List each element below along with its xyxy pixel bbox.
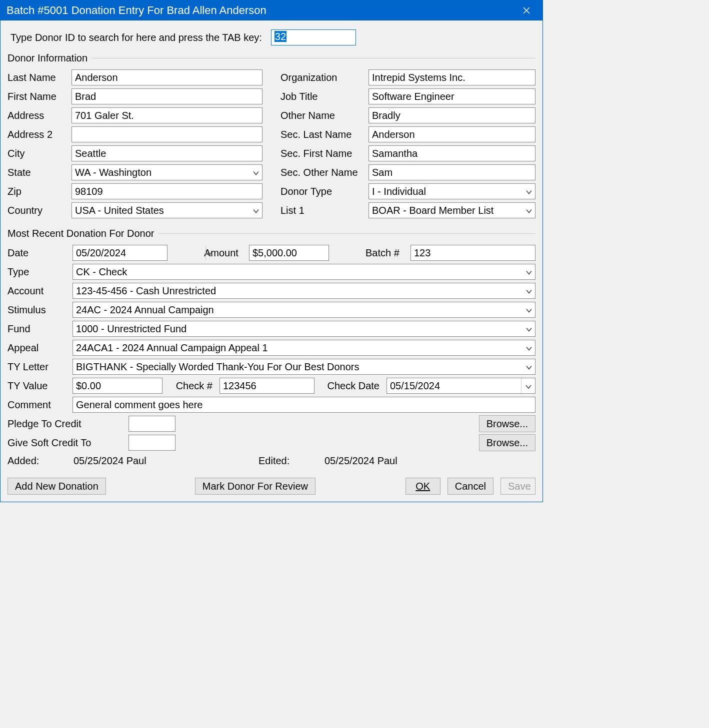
- donor-info-group: Donor Information Last Name First Name A…: [8, 52, 536, 223]
- chevron-down-icon: [526, 342, 532, 354]
- appeal-value: 24ACA1 - 2024 Annual Campaign Appeal 1: [76, 342, 268, 354]
- close-icon: [522, 6, 530, 14]
- org-label: Organization: [280, 72, 368, 83]
- check-date-picker[interactable]: [386, 378, 536, 394]
- check-no-label: Check #: [168, 380, 212, 392]
- type-value: CK - Check: [76, 266, 127, 278]
- check-date-input[interactable]: [387, 378, 521, 393]
- close-button[interactable]: [516, 0, 536, 20]
- chevron-down-icon: [526, 266, 532, 278]
- list1-dropdown[interactable]: BOAR - Board Member List: [368, 202, 536, 218]
- country-value: USA - United States: [75, 205, 164, 216]
- zip-label: Zip: [8, 186, 72, 197]
- pledge-browse-button[interactable]: Browse...: [479, 415, 536, 432]
- added-label: Added:: [8, 455, 74, 467]
- chevron-down-icon: [526, 323, 532, 335]
- ty-value-label: TY Value: [8, 380, 68, 392]
- sec-other-input[interactable]: [368, 164, 536, 180]
- ty-letter-dropdown[interactable]: BIGTHANK - Specially Worded Thank-You Fo…: [72, 359, 536, 375]
- state-value: WA - Washington: [75, 167, 152, 178]
- sec-first-input[interactable]: [368, 145, 536, 161]
- soft-credit-browse-button[interactable]: Browse...: [479, 434, 536, 451]
- edited-value: 05/25/2024 Paul: [324, 455, 510, 467]
- added-value: 05/25/2024 Paul: [74, 455, 258, 467]
- fund-label: Fund: [8, 323, 68, 335]
- address2-label: Address 2: [8, 129, 72, 140]
- chevron-down-icon: [253, 167, 259, 178]
- first-name-label: First Name: [8, 91, 72, 102]
- account-label: Account: [8, 285, 68, 297]
- chevron-down-icon: [526, 205, 532, 216]
- fund-dropdown[interactable]: 1000 - Unrestricted Fund: [72, 321, 536, 337]
- comment-input[interactable]: [72, 397, 536, 413]
- soft-credit-input[interactable]: [128, 435, 176, 451]
- country-dropdown[interactable]: USA - United States: [72, 202, 262, 218]
- state-dropdown[interactable]: WA - Washington: [72, 164, 262, 180]
- batch-input[interactable]: [410, 245, 536, 261]
- search-row: Type Donor ID to search for here and pre…: [8, 25, 536, 52]
- address-input[interactable]: [72, 107, 262, 123]
- date-picker[interactable]: [72, 245, 168, 261]
- check-no-input[interactable]: [220, 378, 314, 394]
- search-label: Type Donor ID to search for here and pre…: [10, 32, 262, 43]
- recent-donation-group: Most Recent Donation For Donor Date Amou…: [8, 228, 536, 469]
- job-label: Job Title: [280, 91, 368, 102]
- sec-last-input[interactable]: [368, 126, 536, 142]
- chevron-down-icon: [206, 247, 212, 259]
- other-name-input[interactable]: [368, 107, 536, 123]
- donor-type-dropdown[interactable]: I - Individual: [368, 183, 536, 199]
- chevron-down-icon: [526, 186, 532, 197]
- ty-letter-value: BIGTHANK - Specially Worded Thank-You Fo…: [76, 361, 360, 373]
- org-input[interactable]: [368, 69, 536, 85]
- last-name-input[interactable]: [72, 69, 262, 85]
- donor-left-column: Last Name First Name Address Address 2 C…: [8, 67, 262, 221]
- state-label: State: [8, 167, 72, 178]
- appeal-dropdown[interactable]: 24ACA1 - 2024 Annual Campaign Appeal 1: [72, 340, 536, 356]
- ty-letter-label: TY Letter: [8, 361, 68, 373]
- city-label: City: [8, 148, 72, 159]
- check-date-label: Check Date: [320, 380, 380, 392]
- last-name-label: Last Name: [8, 72, 72, 83]
- save-button[interactable]: Save: [500, 478, 536, 495]
- sec-other-label: Sec. Other Name: [280, 167, 368, 178]
- other-name-label: Other Name: [280, 110, 368, 121]
- sec-first-label: Sec. First Name: [280, 148, 368, 159]
- donor-id-search-input[interactable]: 32: [271, 29, 356, 45]
- date-label: Date: [8, 247, 68, 259]
- job-input[interactable]: [368, 88, 536, 104]
- donor-info-legend: Donor Information: [6, 52, 92, 64]
- footer-buttons: Add New Donation Mark Donor For Review O…: [8, 478, 536, 495]
- search-value-selected: 32: [274, 31, 286, 42]
- type-dropdown[interactable]: CK - Check: [72, 264, 536, 280]
- chevron-down-icon: [526, 361, 532, 373]
- mark-for-review-button[interactable]: Mark Donor For Review: [195, 478, 316, 495]
- sec-last-label: Sec. Last Name: [280, 129, 368, 140]
- date-dropdown-button[interactable]: [206, 245, 212, 260]
- address2-input[interactable]: [72, 126, 262, 142]
- appeal-label: Appeal: [8, 342, 68, 354]
- chevron-down-icon: [526, 285, 532, 297]
- check-date-dropdown-button[interactable]: [521, 378, 535, 393]
- stimulus-value: 24AC - 2024 Annual Campaign: [76, 304, 214, 316]
- soft-credit-label: Give Soft Credit To: [8, 437, 124, 449]
- add-new-donation-button[interactable]: Add New Donation: [8, 478, 106, 495]
- stimulus-dropdown[interactable]: 24AC - 2024 Annual Campaign: [72, 302, 536, 318]
- account-dropdown[interactable]: 123-45-456 - Cash Unrestricted: [72, 283, 536, 299]
- cancel-button[interactable]: Cancel: [448, 478, 494, 495]
- city-input[interactable]: [72, 145, 262, 161]
- date-input[interactable]: [73, 245, 206, 260]
- list1-value: BOAR - Board Member List: [372, 205, 494, 216]
- account-value: 123-45-456 - Cash Unrestricted: [76, 285, 216, 297]
- edited-label: Edited:: [258, 455, 324, 467]
- list1-label: List 1: [280, 205, 368, 216]
- dialog-window: Batch #5001 Donation Entry For Brad Alle…: [0, 0, 543, 502]
- ty-value-input[interactable]: [72, 378, 162, 394]
- amount-input[interactable]: [249, 245, 329, 261]
- ok-button[interactable]: OK: [406, 478, 440, 495]
- zip-input[interactable]: [72, 183, 262, 199]
- first-name-input[interactable]: [72, 88, 262, 104]
- donor-type-label: Donor Type: [280, 186, 368, 197]
- fund-value: 1000 - Unrestricted Fund: [76, 323, 186, 335]
- recent-donation-legend: Most Recent Donation For Donor: [6, 228, 158, 239]
- pledge-input[interactable]: [128, 416, 176, 432]
